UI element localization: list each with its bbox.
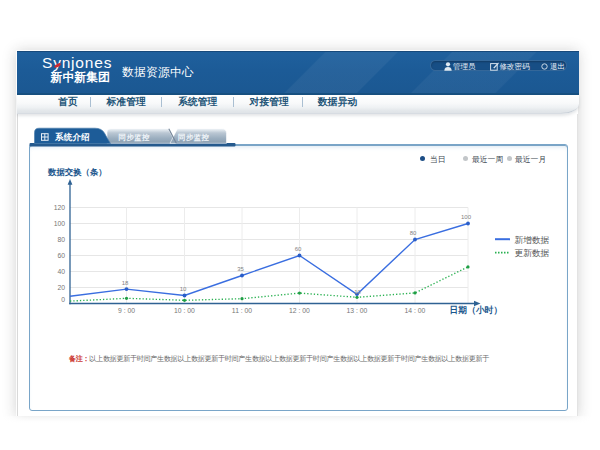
svg-text:日期（小时）: 日期（小时）	[450, 305, 503, 315]
svg-text:同步监控: 同步监控	[119, 133, 150, 142]
svg-text:9 : 00: 9 : 00	[118, 307, 135, 314]
svg-text:12 : 00: 12 : 00	[289, 307, 310, 314]
svg-text:10 : 00: 10 : 00	[174, 307, 195, 314]
svg-text:100: 100	[54, 220, 66, 227]
svg-text:系统介绍: 系统介绍	[54, 132, 90, 142]
svg-text:10: 10	[180, 286, 187, 292]
svg-text:同步监控: 同步监控	[178, 133, 209, 142]
svg-text:60: 60	[295, 246, 302, 252]
svg-text:更新数据: 更新数据	[515, 248, 550, 258]
svg-text:新增数据: 新增数据	[515, 235, 550, 245]
svg-text:35: 35	[237, 266, 244, 272]
svg-text:80: 80	[57, 236, 65, 243]
svg-text:14 : 00: 14 : 00	[405, 307, 426, 314]
svg-text:20: 20	[57, 284, 65, 291]
svg-text:10: 10	[354, 289, 361, 295]
svg-text:80: 80	[410, 230, 417, 236]
svg-text:11 : 00: 11 : 00	[232, 307, 253, 314]
svg-text:120: 120	[54, 204, 66, 211]
svg-text:18: 18	[122, 280, 129, 286]
svg-text:13 : 00: 13 : 00	[347, 307, 368, 314]
svg-text:60: 60	[57, 252, 65, 259]
svg-text:100: 100	[461, 214, 472, 220]
svg-text:40: 40	[57, 268, 65, 275]
svg-text:0: 0	[61, 296, 65, 303]
